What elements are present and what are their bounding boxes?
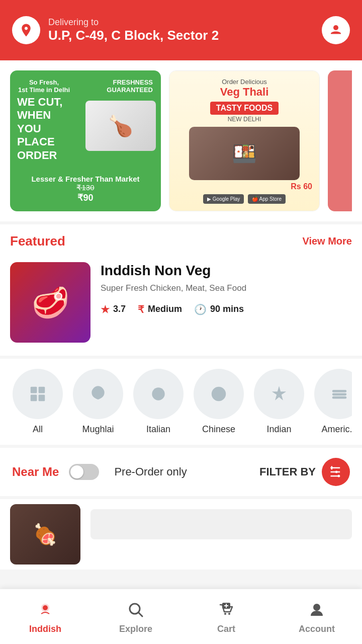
category-all[interactable]: All — [10, 369, 65, 435]
svg-point-21 — [228, 613, 230, 615]
category-american-icon — [314, 369, 352, 419]
banners-row: So Fresh,1st Time in Delhi FRESHNESSGUAR… — [10, 70, 352, 211]
nav-cart-label: Cart — [217, 624, 235, 634]
near-me-label: Near Me — [12, 465, 59, 479]
featured-header: Featured View More — [10, 233, 352, 249]
filter-section: Near Me Pre-Order only FILTER BY — [0, 448, 362, 496]
svg-rect-2 — [39, 387, 45, 393]
lesser-fresher-text: Lesser & Fresher Than Market — [18, 175, 153, 183]
bottom-nav: Inddish Explore Cart — [0, 589, 362, 644]
cart-icon — [215, 599, 237, 621]
svg-rect-3 — [31, 395, 37, 401]
svg-point-25 — [313, 604, 320, 611]
profile-icon[interactable] — [322, 16, 350, 44]
category-indian[interactable]: Indian — [251, 369, 307, 435]
partial-banner — [328, 70, 352, 211]
category-american[interactable]: Americ... — [312, 369, 352, 435]
price-display: ₹130 ₹90 — [18, 183, 153, 203]
category-mughlai-icon — [73, 369, 123, 419]
delivering-to-label: Delivering to — [48, 17, 219, 28]
svg-line-19 — [138, 612, 142, 616]
category-all-icon — [13, 369, 63, 419]
address-text: U.P, C-49, C Block, Sector 2 — [48, 28, 219, 43]
play-store-badge: ▶ Google Play — [203, 194, 244, 204]
nav-item-explore[interactable]: Explore — [101, 599, 171, 634]
partial-info-placeholder — [90, 509, 352, 539]
category-italian-icon — [133, 369, 184, 419]
category-american-label: Americ... — [321, 424, 352, 435]
partial-restaurant-image: 🍖 — [10, 504, 80, 565]
cut-text: WE CUT,WHENYOUPLACEORDER — [17, 96, 62, 162]
explore-icon — [125, 599, 147, 621]
banners-section: So Fresh,1st Time in Delhi FRESHNESSGUAR… — [0, 60, 362, 221]
featured-section: Featured View More 🥩 Inddish Non Veg Sup… — [0, 224, 362, 356]
location-icon[interactable] — [12, 16, 40, 44]
svg-rect-4 — [39, 395, 45, 401]
svg-point-0 — [333, 25, 338, 30]
chicken-image: 🍗 — [85, 101, 156, 151]
category-all-label: All — [33, 424, 43, 435]
thali-banner[interactable]: Order Delicious Veg Thali TASTY FOODS NE… — [169, 70, 320, 211]
price-item: ₹ Medium — [138, 303, 182, 315]
app-store-badge: 🍎 App Store — [248, 194, 286, 204]
rating-value: 3.7 — [113, 304, 126, 314]
restaurant-description: Super Fresh Chicken, Meat, Sea Food — [101, 283, 352, 293]
near-me-toggle[interactable] — [69, 464, 99, 480]
categories-section: All Mughlai Italian Chinese Indian — [0, 359, 362, 445]
header-address-block: Delivering to U.P, C-49, C Block, Sector… — [48, 17, 219, 43]
rupee-icon: ₹ — [138, 303, 144, 315]
old-price: ₹130 — [18, 183, 153, 192]
category-indian-label: Indian — [266, 424, 291, 435]
nav-explore-label: Explore — [119, 624, 152, 634]
partial-restaurant-info — [90, 504, 352, 565]
svg-point-17 — [43, 605, 48, 610]
delivery-time: 90 mins — [210, 304, 244, 314]
nav-account-label: Account — [299, 624, 335, 634]
new-delhi-label: NEW DELHI — [228, 116, 261, 123]
restaurant-info: Inddish Non Veg Super Fresh Chicken, Mea… — [101, 262, 352, 315]
svg-point-20 — [224, 613, 226, 615]
nav-item-account[interactable]: Account — [282, 599, 352, 634]
svg-rect-8 — [332, 396, 347, 399]
svg-rect-7 — [332, 393, 347, 395]
inddish-icon — [34, 599, 56, 621]
category-mughlai-label: Mughlai — [82, 424, 114, 435]
restaurant-name: Inddish Non Veg — [101, 262, 352, 279]
header-left: Delivering to U.P, C-49, C Block, Sector… — [12, 16, 219, 44]
filter-by-label: FILTER BY — [259, 465, 316, 478]
toggle-thumb — [70, 465, 83, 478]
chicken-banner[interactable]: So Fresh,1st Time in Delhi FRESHNESSGUAR… — [10, 70, 161, 211]
star-icon: ★ — [101, 303, 110, 315]
thali-image: 🍱 — [189, 127, 300, 180]
category-indian-icon — [254, 369, 304, 419]
categories-row: All Mughlai Italian Chinese Indian — [10, 369, 352, 435]
thali-banner-inner: Order Delicious Veg Thali TASTY FOODS NE… — [169, 71, 319, 211]
near-me-toggle-wrap[interactable] — [69, 464, 99, 480]
featured-title: Featured — [10, 233, 65, 249]
category-italian-label: Italian — [146, 424, 170, 435]
time-item: 🕐 90 mins — [194, 303, 244, 315]
filter-button[interactable] — [322, 458, 350, 486]
svg-rect-6 — [332, 390, 347, 392]
category-chinese-label: Chinese — [202, 424, 235, 435]
order-delicious-label: Order Delicious — [222, 78, 267, 86]
veg-thali-title: Veg Thali — [220, 86, 269, 99]
partial-restaurant-section: 🍖 — [0, 499, 362, 570]
rating-item: ★ 3.7 — [101, 303, 126, 315]
category-mughlai[interactable]: Mughlai — [70, 369, 126, 435]
header: Delivering to U.P, C-49, C Block, Sector… — [0, 0, 362, 60]
restaurant-card[interactable]: 🥩 Inddish Non Veg Super Fresh Chicken, M… — [10, 257, 352, 351]
freshness-label: FRESHNESSGUARANTEED — [107, 78, 153, 94]
restaurant-meta: ★ 3.7 ₹ Medium 🕐 90 mins — [101, 303, 352, 315]
tasty-foods-brand: TASTY FOODS — [210, 102, 279, 115]
category-italian[interactable]: Italian — [131, 369, 186, 435]
category-chinese[interactable]: Chinese — [191, 369, 246, 435]
new-price: ₹90 — [18, 192, 153, 203]
nav-inddish-label: Inddish — [29, 624, 61, 634]
nav-item-cart[interactable]: Cart — [191, 599, 261, 634]
category-chinese-icon — [194, 369, 244, 419]
nav-item-inddish[interactable]: Inddish — [10, 599, 80, 634]
account-icon — [306, 599, 328, 621]
view-more-link[interactable]: View More — [302, 235, 352, 247]
clock-icon: 🕐 — [194, 303, 207, 315]
